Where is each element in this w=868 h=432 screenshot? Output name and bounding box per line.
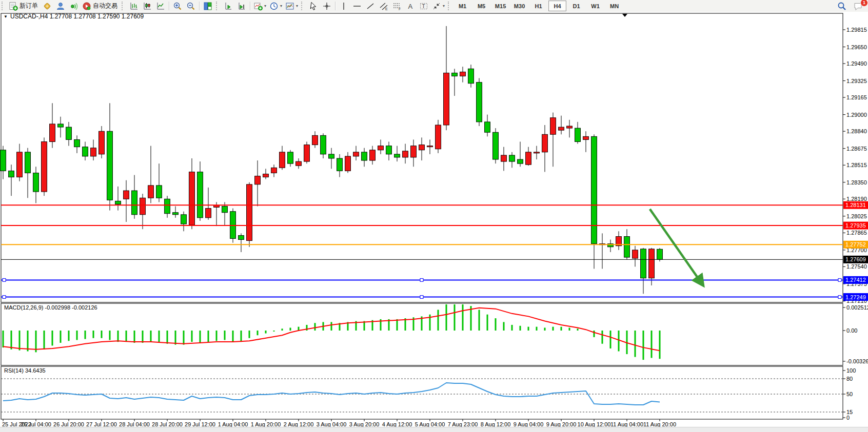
candle: [58, 124, 64, 127]
timeframe-button-mn[interactable]: MN: [605, 1, 623, 11]
text-button[interactable]: A: [404, 1, 417, 12]
new-order-icon: [9, 2, 18, 11]
candle: [526, 152, 531, 164]
timeframe-button-h1[interactable]: H1: [529, 1, 547, 11]
profile-icon: [56, 2, 65, 11]
text-label-button[interactable]: T: [417, 1, 430, 12]
toolbar-grip: [301, 2, 305, 10]
candle: [140, 198, 146, 215]
svg-text:1.29165: 1.29165: [846, 94, 867, 100]
periods-button[interactable]: ▾: [268, 1, 284, 12]
search-icon: [837, 2, 846, 11]
candle: [460, 72, 466, 76]
svg-text:1.29490: 1.29490: [846, 60, 867, 67]
svg-text:1.29000: 1.29000: [846, 112, 867, 118]
crosshair-icon: [322, 2, 331, 11]
horizontal-line-button[interactable]: [350, 1, 364, 12]
svg-text:-0.00326: -0.00326: [846, 358, 868, 364]
candle: [9, 171, 14, 177]
zoom-in-icon: [173, 2, 182, 11]
svg-text:2 Aug 12:00: 2 Aug 12:00: [284, 421, 314, 427]
candle: [288, 152, 293, 163]
candle: [403, 151, 408, 157]
svg-text:1.27935: 1.27935: [845, 222, 866, 229]
tile-windows-button[interactable]: [201, 1, 214, 12]
signal-button[interactable]: [67, 1, 81, 12]
toolbar-grip: [2, 2, 5, 10]
new-order-button[interactable]: 新订单: [7, 1, 41, 12]
timeframe-button-m1[interactable]: M1: [453, 1, 471, 11]
candlestick-chart[interactable]: 1.298151.296501.294901.293251.291651.290…: [0, 12, 868, 427]
crosshair-button[interactable]: [320, 1, 333, 12]
line-handle[interactable]: [420, 296, 423, 299]
svg-text:3 Aug 04:00: 3 Aug 04:00: [317, 421, 347, 427]
svg-text:1.28025: 1.28025: [846, 213, 867, 219]
candle: [411, 146, 417, 157]
svg-text:7 Aug 23:00: 7 Aug 23:00: [448, 421, 478, 427]
candle: [329, 154, 334, 158]
candlestick-chart-button[interactable]: [141, 1, 154, 12]
timeframe-button-m30[interactable]: M30: [510, 1, 528, 11]
line-handle[interactable]: [838, 278, 841, 281]
candle: [444, 73, 449, 125]
svg-text:9 Aug 20:00: 9 Aug 20:00: [546, 421, 577, 427]
arrows-button[interactable]: ▾: [430, 1, 446, 12]
timeframe-button-w1[interactable]: W1: [586, 1, 604, 11]
seal-button[interactable]: [41, 1, 54, 12]
text-label-icon: T: [419, 2, 428, 11]
search-button[interactable]: [835, 1, 849, 12]
toolbar-separator: [335, 2, 336, 10]
timeframe-button-d1[interactable]: D1: [567, 1, 585, 11]
chart-frame: [0, 12, 868, 427]
timeframe-button-m5[interactable]: M5: [472, 1, 490, 11]
cursor-button[interactable]: [307, 1, 320, 12]
zoom-out-button[interactable]: [184, 1, 198, 12]
candle: [518, 159, 523, 163]
svg-text:1.28190: 1.28190: [846, 196, 867, 202]
timeframe-button-m15[interactable]: M15: [491, 1, 509, 11]
svg-text:1.27609: 1.27609: [845, 256, 866, 262]
dropdown-caret-icon: ▾: [296, 4, 298, 8]
chart-shift-button[interactable]: [235, 1, 248, 12]
line-handle[interactable]: [420, 278, 423, 281]
autotrade-button[interactable]: 自动交易: [81, 1, 120, 12]
indicators-button[interactable]: ▾: [252, 1, 268, 12]
candle: [583, 136, 589, 139]
new-order-label: 新订单: [19, 2, 39, 10]
bar-chart-button[interactable]: [127, 1, 141, 12]
chat-button[interactable]: 1: [852, 1, 865, 12]
candle: [107, 131, 113, 200]
svg-text:T: T: [422, 3, 425, 9]
line-handle[interactable]: [3, 296, 6, 299]
candle: [124, 191, 129, 199]
candle: [255, 176, 261, 184]
line-chart-button[interactable]: [154, 1, 167, 12]
profile-button[interactable]: [54, 1, 67, 12]
svg-text:80: 80: [846, 376, 853, 382]
toolbar-grip: [216, 2, 220, 10]
candle: [206, 209, 211, 218]
candle: [239, 235, 244, 239]
templates-button[interactable]: ▾: [284, 1, 300, 12]
candle: [321, 135, 326, 154]
notification-badge[interactable]: 1: [860, 0, 868, 7]
vertical-line-button[interactable]: [337, 1, 350, 12]
svg-text:0.00: 0.00: [846, 327, 857, 334]
fibonacci-button[interactable]: F: [390, 1, 404, 12]
svg-text:1.28350: 1.28350: [846, 179, 867, 186]
candle: [173, 213, 179, 215]
svg-text:E: E: [385, 7, 388, 11]
auto-scroll-button[interactable]: [222, 1, 235, 12]
line-handle[interactable]: [838, 296, 841, 299]
svg-text:5 Aug 04:00: 5 Aug 04:00: [415, 421, 445, 427]
svg-text:1.27249: 1.27249: [845, 294, 866, 300]
dropdown-caret-icon: ▾: [443, 4, 445, 8]
equidistant-channel-button[interactable]: E: [377, 1, 390, 12]
svg-text:USDCAD-,H4 1.27708 1.27708 1.: USDCAD-,H4 1.27708 1.27708 1.27590 1.276…: [10, 13, 144, 20]
timeframe-button-h4[interactable]: H4: [548, 1, 566, 11]
zoom-in-button[interactable]: [171, 1, 184, 12]
trendline-button[interactable]: [364, 1, 377, 12]
candle: [345, 156, 351, 171]
line-handle[interactable]: [3, 278, 6, 281]
candle: [99, 131, 105, 154]
